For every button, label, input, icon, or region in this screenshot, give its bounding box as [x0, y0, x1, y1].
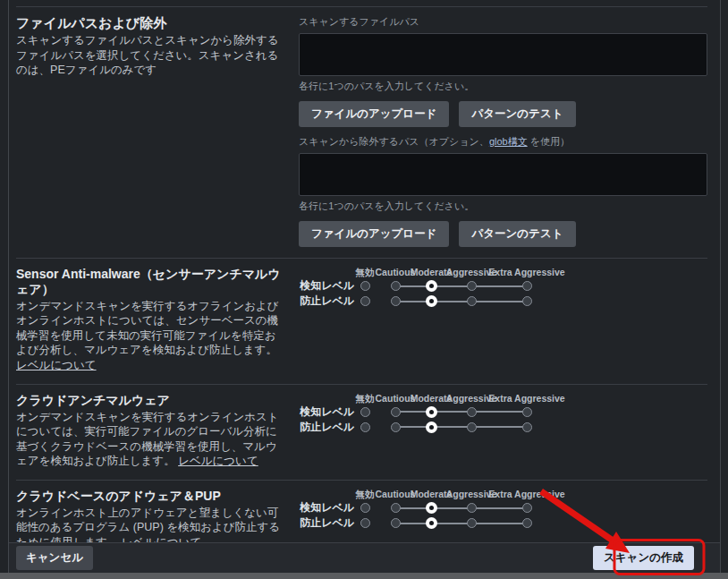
level-slider-group: 無効CautiousModerateAggressiveExtra Aggres… — [299, 393, 707, 435]
slider-dot-cautious[interactable] — [391, 518, 401, 528]
slider-stops — [360, 294, 549, 309]
slider-dot-extra-aggressive[interactable] — [522, 281, 532, 291]
section-file-paths: ファイルパスおよび除外 スキャンするファイルパスとスキャンから除外するファイルパ… — [16, 6, 707, 258]
slider-dot-extra-aggressive[interactable] — [522, 422, 532, 432]
slider-dot-無効[interactable] — [360, 422, 370, 432]
slider-dot-無効[interactable] — [360, 503, 370, 513]
slider-level-label: 無効 — [356, 267, 375, 279]
slider-level-label: Extra Aggressive — [488, 393, 564, 404]
slider-level-header: 無効CautiousModerateAggressiveExtra Aggres… — [360, 489, 549, 500]
slider-row-label: 検知レベル — [299, 278, 360, 294]
exclude-paths-hint: 各行に1つのパスを入力してください。 — [299, 200, 707, 213]
slider-stops — [360, 278, 549, 294]
scan-paths-hint: 各行に1つのパスを入力してください。 — [299, 80, 707, 93]
slider-track — [395, 507, 527, 509]
slider-track — [395, 285, 527, 287]
slider-dot-moderate[interactable] — [426, 421, 437, 433]
section-title: ファイルパスおよび除外 — [16, 15, 283, 31]
window-bottom-edge — [0, 573, 728, 579]
section-description: オンデマンドスキャンを実行するオフラインおよびオンラインホストについては、センサ… — [16, 300, 279, 357]
slider-dot-cautious[interactable] — [391, 407, 401, 417]
slider-level-header: 無効CautiousModerateAggressiveExtra Aggres… — [360, 267, 549, 278]
slider-level-label: Extra Aggressive — [488, 489, 564, 499]
slider-row: 防止レベル — [299, 294, 707, 309]
slider-dot-aggressive[interactable] — [467, 422, 477, 432]
slider-dot-extra-aggressive[interactable] — [522, 503, 532, 513]
slider-row-label: 防止レベル — [299, 420, 360, 435]
section-title: クラウドアンチマルウェア — [16, 393, 283, 408]
slider-track — [395, 301, 527, 302]
slider-dot-moderate[interactable] — [426, 406, 437, 418]
upload-file-button[interactable]: ファイルのアップロード — [299, 101, 449, 127]
cancel-button[interactable]: キャンセル — [16, 546, 93, 570]
exclude-paths-label: スキャンから除外するパス（オプション、glob構文 を使用） — [299, 135, 707, 149]
scan-paths-textarea[interactable] — [299, 33, 707, 76]
slider-dot-無効[interactable] — [360, 518, 370, 528]
about-levels-link[interactable]: レベルについて — [178, 455, 258, 467]
slider-dot-aggressive[interactable] — [467, 503, 477, 513]
slider-row-label: 防止レベル — [299, 294, 360, 309]
slider-stops — [360, 420, 549, 435]
slider-level-label: Extra Aggressive — [488, 267, 564, 277]
section-description: スキャンするファイルパスとスキャンから除外するファイルパスを選択してください。ス… — [16, 33, 283, 78]
slider-row: 検知レベル — [299, 404, 707, 420]
slider-track — [395, 523, 527, 524]
section-title: Sensor Anti-malware（センサーアンチマルウェア） — [16, 267, 283, 297]
slider-level-label: 無効 — [356, 393, 375, 405]
slider-track — [395, 426, 527, 428]
glob-syntax-link[interactable]: glob構文 — [489, 136, 528, 147]
level-slider-group: 無効CautiousModerateAggressiveExtra Aggres… — [299, 267, 707, 309]
slider-row-label: 検知レベル — [299, 404, 360, 420]
slider-dot-cautious[interactable] — [391, 281, 401, 291]
slider-dot-moderate[interactable] — [426, 502, 437, 514]
slider-dot-extra-aggressive[interactable] — [522, 296, 532, 306]
footer-action-bar: キャンセル スキャンの作成 — [9, 542, 720, 573]
slider-stops — [360, 500, 549, 515]
scan-paths-label: スキャンするファイルパス — [299, 15, 707, 29]
panel-left-border — [8, 0, 9, 573]
slider-dot-cautious[interactable] — [391, 296, 401, 306]
slider-row: 検知レベル — [299, 500, 707, 515]
exclude-paths-textarea[interactable] — [299, 153, 707, 196]
slider-dot-aggressive[interactable] — [467, 296, 477, 306]
slider-track — [395, 411, 527, 413]
slider-dot-aggressive[interactable] — [467, 518, 477, 528]
about-levels-link[interactable]: レベルについて — [16, 359, 97, 371]
section-cloud-anti-malware: クラウドアンチマルウェア オンデマンドスキャンを実行するオンラインホストについて… — [16, 384, 707, 480]
upload-file-button-2[interactable]: ファイルのアップロード — [299, 221, 449, 247]
section-sensor-anti-malware: Sensor Anti-malware（センサーアンチマルウェア） オンデマンド… — [16, 258, 707, 384]
slider-stops — [360, 515, 549, 531]
slider-dot-moderate[interactable] — [426, 517, 437, 529]
level-slider-group: 無効CautiousModerateAggressiveExtra Aggres… — [299, 489, 707, 531]
slider-level-label: 無効 — [356, 489, 375, 501]
slider-dot-extra-aggressive[interactable] — [522, 407, 532, 417]
slider-dot-cautious[interactable] — [391, 422, 401, 432]
slider-dot-moderate[interactable] — [426, 280, 437, 292]
slider-row: 防止レベル — [299, 420, 707, 435]
panel-right-border — [720, 0, 721, 573]
slider-row-label: 防止レベル — [299, 515, 360, 531]
slider-row-label: 検知レベル — [299, 500, 360, 515]
slider-dot-moderate[interactable] — [426, 295, 437, 307]
slider-dot-cautious[interactable] — [391, 503, 401, 513]
slider-dot-無効[interactable] — [360, 296, 370, 306]
slider-dot-aggressive[interactable] — [467, 281, 477, 291]
slider-row: 検知レベル — [299, 278, 707, 294]
slider-stops — [360, 404, 549, 420]
slider-level-header: 無効CautiousModerateAggressiveExtra Aggres… — [360, 393, 549, 404]
slider-dot-無効[interactable] — [360, 281, 370, 291]
scan-settings-form: ファイルパスおよび除外 スキャンするファイルパスとスキャンから除外するファイルパ… — [9, 0, 720, 542]
create-scan-button[interactable]: スキャンの作成 — [593, 546, 694, 570]
test-pattern-button[interactable]: パターンのテスト — [459, 101, 575, 127]
slider-dot-aggressive[interactable] — [467, 407, 477, 417]
test-pattern-button-2[interactable]: パターンのテスト — [459, 221, 575, 247]
slider-row: 防止レベル — [299, 515, 707, 531]
section-title: クラウドベースのアドウェア＆PUP — [16, 489, 283, 504]
slider-dot-無効[interactable] — [360, 407, 370, 417]
slider-dot-extra-aggressive[interactable] — [522, 518, 532, 528]
